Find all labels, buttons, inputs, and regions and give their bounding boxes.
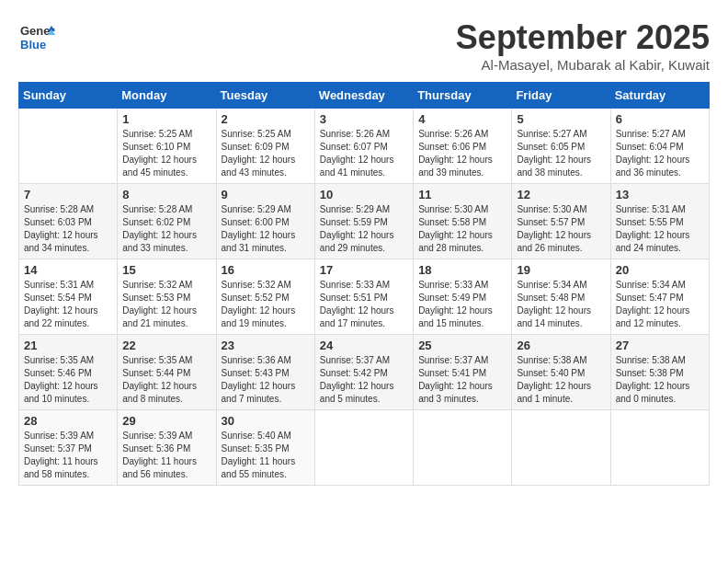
day-number: 8 (122, 188, 210, 201)
calendar-cell (314, 410, 413, 486)
calendar-table: SundayMondayTuesdayWednesdayThursdayFrid… (18, 82, 710, 486)
day-number: 9 (222, 188, 310, 201)
day-info: Sunrise: 5:30 AM Sunset: 5:57 PM Dayligh… (517, 203, 605, 255)
day-number: 2 (222, 112, 310, 126)
day-number: 10 (320, 188, 408, 201)
day-info: Sunrise: 5:39 AM Sunset: 5:37 PM Dayligh… (24, 430, 112, 481)
day-info: Sunrise: 5:31 AM Sunset: 5:54 PM Dayligh… (24, 279, 112, 330)
day-info: Sunrise: 5:34 AM Sunset: 5:47 PM Dayligh… (616, 279, 704, 330)
day-info: Sunrise: 5:25 AM Sunset: 6:09 PM Dayligh… (222, 128, 310, 179)
day-info: Sunrise: 5:34 AM Sunset: 5:48 PM Dayligh… (517, 279, 605, 330)
calendar-cell: 3Sunrise: 5:26 AM Sunset: 6:07 PM Daylig… (314, 109, 413, 184)
calendar-cell: 21Sunrise: 5:35 AM Sunset: 5:46 PM Dayli… (19, 335, 118, 410)
day-number: 13 (616, 188, 704, 201)
calendar-cell (19, 109, 118, 184)
day-info: Sunrise: 5:32 AM Sunset: 5:52 PM Dayligh… (222, 279, 310, 330)
weekday-header: Monday (118, 83, 216, 109)
calendar-cell: 7Sunrise: 5:28 AM Sunset: 6:03 PM Daylig… (19, 184, 118, 259)
day-number: 7 (24, 188, 112, 201)
calendar-cell: 17Sunrise: 5:33 AM Sunset: 5:51 PM Dayli… (314, 259, 413, 335)
day-number: 27 (616, 339, 704, 352)
day-number: 25 (418, 339, 506, 352)
day-number: 4 (418, 112, 506, 126)
calendar-week-row: 14Sunrise: 5:31 AM Sunset: 5:54 PM Dayli… (19, 259, 710, 335)
calendar-cell: 1Sunrise: 5:25 AM Sunset: 6:10 PM Daylig… (118, 109, 216, 184)
day-number: 14 (24, 263, 112, 277)
day-info: Sunrise: 5:37 AM Sunset: 5:42 PM Dayligh… (320, 354, 408, 406)
day-info: Sunrise: 5:30 AM Sunset: 5:58 PM Dayligh… (418, 203, 506, 255)
calendar-cell: 4Sunrise: 5:26 AM Sunset: 6:06 PM Daylig… (414, 109, 512, 184)
day-number: 26 (517, 339, 605, 352)
day-info: Sunrise: 5:25 AM Sunset: 6:10 PM Dayligh… (122, 128, 210, 179)
day-number: 5 (517, 112, 605, 126)
day-number: 21 (24, 339, 112, 352)
calendar-cell: 5Sunrise: 5:27 AM Sunset: 6:05 PM Daylig… (512, 109, 610, 184)
page-header: General Blue September 2025 Al-Masayel, … (18, 18, 710, 73)
day-number: 20 (616, 263, 704, 277)
day-number: 19 (517, 263, 605, 277)
day-info: Sunrise: 5:38 AM Sunset: 5:38 PM Dayligh… (616, 354, 704, 406)
day-number: 29 (122, 414, 210, 428)
calendar-header: SundayMondayTuesdayWednesdayThursdayFrid… (19, 83, 710, 109)
day-number: 12 (517, 188, 605, 201)
weekday-header: Tuesday (216, 83, 314, 109)
day-number: 17 (320, 263, 408, 277)
day-info: Sunrise: 5:32 AM Sunset: 5:53 PM Dayligh… (122, 279, 210, 330)
day-number: 11 (418, 188, 506, 201)
calendar-cell: 6Sunrise: 5:27 AM Sunset: 6:04 PM Daylig… (610, 109, 709, 184)
day-info: Sunrise: 5:26 AM Sunset: 6:06 PM Dayligh… (418, 128, 506, 179)
day-info: Sunrise: 5:38 AM Sunset: 5:40 PM Dayligh… (517, 354, 605, 406)
calendar-cell: 8Sunrise: 5:28 AM Sunset: 6:02 PM Daylig… (118, 184, 216, 259)
calendar-cell: 16Sunrise: 5:32 AM Sunset: 5:52 PM Dayli… (216, 259, 314, 335)
day-info: Sunrise: 5:28 AM Sunset: 6:02 PM Dayligh… (122, 203, 210, 255)
calendar-cell: 11Sunrise: 5:30 AM Sunset: 5:58 PM Dayli… (414, 184, 512, 259)
day-info: Sunrise: 5:40 AM Sunset: 5:35 PM Dayligh… (222, 430, 310, 481)
calendar-cell: 13Sunrise: 5:31 AM Sunset: 5:55 PM Dayli… (610, 184, 709, 259)
day-number: 16 (222, 263, 310, 277)
day-info: Sunrise: 5:29 AM Sunset: 5:59 PM Dayligh… (320, 203, 408, 255)
weekday-header: Wednesday (314, 83, 413, 109)
title-area: September 2025 Al-Masayel, Mubarak al Ka… (456, 18, 710, 73)
day-info: Sunrise: 5:27 AM Sunset: 6:04 PM Dayligh… (616, 128, 704, 179)
calendar-cell: 9Sunrise: 5:29 AM Sunset: 6:00 PM Daylig… (216, 184, 314, 259)
day-info: Sunrise: 5:29 AM Sunset: 6:00 PM Dayligh… (222, 203, 310, 255)
calendar-cell: 28Sunrise: 5:39 AM Sunset: 5:37 PM Dayli… (19, 410, 118, 486)
day-info: Sunrise: 5:31 AM Sunset: 5:55 PM Dayligh… (616, 203, 704, 255)
svg-text:Blue: Blue (20, 38, 46, 52)
day-info: Sunrise: 5:33 AM Sunset: 5:51 PM Dayligh… (320, 279, 408, 330)
calendar-cell: 20Sunrise: 5:34 AM Sunset: 5:47 PM Dayli… (610, 259, 709, 335)
calendar-cell: 18Sunrise: 5:33 AM Sunset: 5:49 PM Dayli… (414, 259, 512, 335)
day-info: Sunrise: 5:36 AM Sunset: 5:43 PM Dayligh… (222, 354, 310, 406)
location-title: Al-Masayel, Mubarak al Kabir, Kuwait (456, 57, 710, 73)
day-number: 24 (320, 339, 408, 352)
day-number: 18 (418, 263, 506, 277)
calendar-cell: 15Sunrise: 5:32 AM Sunset: 5:53 PM Dayli… (118, 259, 216, 335)
calendar-week-row: 7Sunrise: 5:28 AM Sunset: 6:03 PM Daylig… (19, 184, 710, 259)
calendar-cell: 23Sunrise: 5:36 AM Sunset: 5:43 PM Dayli… (216, 335, 314, 410)
header-row: SundayMondayTuesdayWednesdayThursdayFrid… (19, 83, 710, 109)
calendar-cell: 27Sunrise: 5:38 AM Sunset: 5:38 PM Dayli… (610, 335, 709, 410)
logo: General Blue (18, 18, 55, 63)
month-title: September 2025 (456, 18, 710, 57)
calendar-cell: 25Sunrise: 5:37 AM Sunset: 5:41 PM Dayli… (414, 335, 512, 410)
calendar-cell: 2Sunrise: 5:25 AM Sunset: 6:09 PM Daylig… (216, 109, 314, 184)
calendar-cell: 10Sunrise: 5:29 AM Sunset: 5:59 PM Dayli… (314, 184, 413, 259)
calendar-cell: 30Sunrise: 5:40 AM Sunset: 5:35 PM Dayli… (216, 410, 314, 486)
day-number: 30 (222, 414, 310, 428)
day-info: Sunrise: 5:37 AM Sunset: 5:41 PM Dayligh… (418, 354, 506, 406)
calendar-cell: 26Sunrise: 5:38 AM Sunset: 5:40 PM Dayli… (512, 335, 610, 410)
day-info: Sunrise: 5:28 AM Sunset: 6:03 PM Dayligh… (24, 203, 112, 255)
calendar-week-row: 1Sunrise: 5:25 AM Sunset: 6:10 PM Daylig… (19, 109, 710, 184)
day-info: Sunrise: 5:35 AM Sunset: 5:46 PM Dayligh… (24, 354, 112, 406)
logo-icon: General Blue (18, 18, 55, 59)
weekday-header: Sunday (19, 83, 118, 109)
calendar-cell (414, 410, 512, 486)
day-info: Sunrise: 5:26 AM Sunset: 6:07 PM Dayligh… (320, 128, 408, 179)
calendar-week-row: 21Sunrise: 5:35 AM Sunset: 5:46 PM Dayli… (19, 335, 710, 410)
weekday-header: Friday (512, 83, 610, 109)
day-number: 15 (122, 263, 210, 277)
day-info: Sunrise: 5:39 AM Sunset: 5:36 PM Dayligh… (122, 430, 210, 481)
weekday-header: Saturday (610, 83, 709, 109)
calendar-body: 1Sunrise: 5:25 AM Sunset: 6:10 PM Daylig… (19, 109, 710, 486)
calendar-cell (610, 410, 709, 486)
